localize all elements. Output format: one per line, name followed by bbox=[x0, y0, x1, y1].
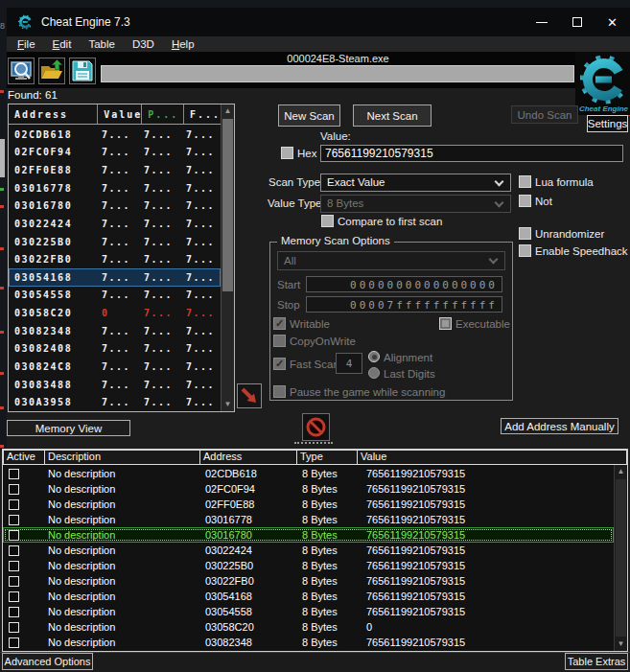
menu-item-help[interactable]: Help bbox=[163, 38, 203, 50]
found-row[interactable]: 02CDB6187...7...7... bbox=[9, 126, 221, 144]
select-process-button[interactable] bbox=[8, 58, 35, 84]
process-label: 000024E8-Steam.exe bbox=[101, 53, 575, 64]
column-type[interactable]: Type bbox=[296, 450, 358, 465]
found-row[interactable]: 030224247...7...7... bbox=[9, 215, 221, 233]
next-scan-button[interactable]: Next Scan bbox=[353, 104, 432, 127]
found-row[interactable]: 030167807...7...7... bbox=[9, 197, 221, 216]
value-cell: 7... bbox=[99, 397, 143, 407]
found-row[interactable]: 03022FB07...7...7... bbox=[9, 250, 221, 268]
table-row[interactable]: No description02FF0E888 Bytes76561199210… bbox=[3, 497, 614, 512]
scroll-thumb[interactable] bbox=[616, 479, 626, 637]
executable-checkbox bbox=[439, 317, 452, 330]
scan-type-dropdown[interactable]: Exact Value bbox=[320, 174, 511, 192]
compare-first-scan-checkbox[interactable] bbox=[321, 215, 334, 227]
scroll-down-icon[interactable]: ▼ bbox=[222, 398, 234, 411]
address-cell: 02CDB618 bbox=[201, 468, 299, 479]
hex-checkbox[interactable] bbox=[281, 147, 293, 159]
value-cell: 0 bbox=[361, 621, 614, 633]
address-table-header: Active Description Address Type Value bbox=[3, 450, 627, 465]
active-checkbox[interactable] bbox=[9, 484, 19, 495]
column-value[interactable]: Value bbox=[98, 104, 142, 124]
save-table-button[interactable] bbox=[69, 58, 96, 84]
menu-item-file[interactable]: File bbox=[9, 38, 44, 50]
found-row[interactable]: 030167787...7...7... bbox=[9, 179, 221, 197]
open-table-button[interactable] bbox=[38, 58, 65, 84]
scroll-up-icon[interactable]: ▲ bbox=[615, 465, 627, 478]
column-address[interactable]: Address bbox=[199, 450, 297, 465]
table-row[interactable]: No description030823488 Bytes76561199210… bbox=[3, 635, 614, 650]
active-checkbox[interactable] bbox=[9, 637, 19, 648]
active-checkbox[interactable] bbox=[9, 622, 19, 633]
minimize-button[interactable] bbox=[524, 8, 559, 36]
active-checkbox[interactable] bbox=[9, 576, 19, 587]
active-checkbox[interactable] bbox=[9, 469, 19, 479]
table-row[interactable]: No description03058C208 Bytes0 bbox=[3, 619, 614, 635]
menu-item-d3d[interactable]: D3D bbox=[124, 38, 163, 50]
close-button[interactable]: ✕ bbox=[595, 8, 630, 36]
table-row[interactable]: No description03022FB08 Bytes76561199210… bbox=[3, 573, 614, 589]
not-checkbox[interactable] bbox=[519, 195, 531, 207]
column-value[interactable]: Value bbox=[357, 450, 627, 465]
active-checkbox[interactable] bbox=[9, 607, 19, 617]
active-checkbox[interactable] bbox=[9, 499, 19, 510]
advanced-options-button[interactable]: Advanced Options bbox=[2, 653, 93, 670]
value-type-value: 8 Bytes bbox=[327, 197, 363, 209]
maximize-icon bbox=[572, 17, 582, 27]
active-checkbox[interactable] bbox=[9, 530, 19, 541]
settings-button[interactable]: Settings bbox=[587, 115, 628, 132]
scroll-up-icon[interactable]: ▲ bbox=[222, 104, 234, 118]
column-address[interactable]: Address bbox=[9, 104, 98, 124]
maximize-button[interactable] bbox=[559, 8, 595, 36]
found-row[interactable]: 02FF0E887...7...7... bbox=[9, 161, 221, 179]
address-table-scrollbar[interactable]: ▲ ▼ bbox=[614, 465, 627, 651]
found-row[interactable]: 030541687...7...7... bbox=[9, 268, 221, 287]
table-row[interactable]: No description030167808 Bytes76561199210… bbox=[3, 527, 614, 543]
table-row[interactable]: No description030545588 Bytes76561199210… bbox=[3, 604, 614, 619]
table-row[interactable]: No description030225B08 Bytes76561199210… bbox=[3, 558, 614, 573]
scroll-thumb[interactable] bbox=[222, 119, 233, 291]
found-list-scrollbar[interactable]: ▲ ▼ bbox=[221, 104, 234, 411]
window-controls: ✕ bbox=[524, 8, 630, 36]
new-scan-button[interactable]: New Scan bbox=[278, 104, 340, 127]
found-row[interactable]: 02FC0F947...7...7... bbox=[9, 144, 221, 162]
active-checkbox[interactable] bbox=[9, 515, 19, 525]
found-row[interactable]: 030A39587...7...7... bbox=[9, 393, 221, 411]
found-row[interactable]: 030225B07...7...7... bbox=[9, 233, 221, 251]
active-checkbox[interactable] bbox=[9, 591, 19, 602]
active-checkbox[interactable] bbox=[9, 545, 19, 556]
column-active[interactable]: Active bbox=[3, 450, 45, 465]
memory-view-button[interactable]: Memory View bbox=[7, 420, 130, 436]
active-checkbox[interactable] bbox=[9, 561, 19, 571]
table-row[interactable]: No description02CDB6188 Bytes76561199210… bbox=[3, 466, 614, 481]
column-description[interactable]: Description bbox=[44, 450, 200, 465]
column-previous[interactable]: P... bbox=[142, 104, 184, 124]
fast-scan-checkbox bbox=[273, 358, 286, 370]
found-row[interactable]: 030545587...7...7... bbox=[9, 287, 221, 305]
table-row[interactable]: No description030224248 Bytes76561199210… bbox=[3, 543, 614, 558]
menu-item-table[interactable]: Table bbox=[80, 38, 124, 50]
type-cell: 8 Bytes bbox=[299, 529, 361, 541]
lua-formula-checkbox[interactable] bbox=[519, 175, 531, 188]
found-row[interactable]: 030834887...7...7... bbox=[9, 376, 221, 394]
found-row[interactable]: 030824087...7...7... bbox=[9, 340, 221, 359]
found-row[interactable]: 030824C87...7...7... bbox=[9, 358, 221, 376]
enable-speedhack-checkbox[interactable] bbox=[519, 244, 531, 257]
description-cell: No description bbox=[45, 575, 201, 587]
stop-scan-indicator[interactable] bbox=[302, 413, 330, 441]
table-extras-button[interactable]: Table Extras bbox=[565, 653, 628, 670]
scan-value-input[interactable] bbox=[320, 145, 623, 162]
add-selected-addresses-button[interactable] bbox=[237, 383, 262, 408]
table-row[interactable]: No description030167788 Bytes76561199210… bbox=[3, 512, 614, 527]
active-cell bbox=[3, 530, 45, 541]
type-cell: 8 Bytes bbox=[299, 498, 361, 510]
found-row[interactable]: 03058C2007...7... bbox=[9, 304, 221, 322]
scroll-down-icon[interactable]: ▼ bbox=[615, 637, 627, 651]
add-address-manually-button[interactable]: Add Address Manually bbox=[501, 418, 618, 434]
unrandomizer-checkbox[interactable] bbox=[519, 227, 531, 240]
found-row[interactable]: 030823487...7...7... bbox=[9, 322, 221, 340]
table-row[interactable]: No description030541688 Bytes76561199210… bbox=[3, 589, 614, 604]
menu-item-edit[interactable]: Edit bbox=[44, 38, 81, 50]
last-digits-radio bbox=[368, 367, 380, 379]
column-first[interactable]: F... bbox=[184, 104, 221, 124]
table-row[interactable]: No description02FC0F948 Bytes76561199210… bbox=[3, 481, 614, 497]
